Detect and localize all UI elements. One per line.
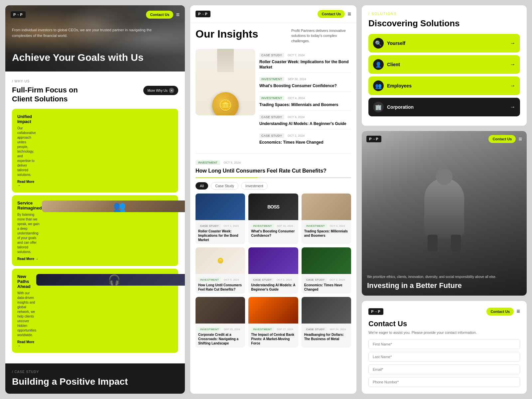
- solution-client[interactable]: 👤 Client →: [368, 55, 520, 74]
- article-card-info-0: CASE STUDY OCT 1, 2024 Roller Coaster We…: [196, 220, 245, 244]
- article-card-0[interactable]: CASE STUDY OCT 1, 2024 Roller Coaster We…: [196, 194, 245, 244]
- article-card-6[interactable]: INVESTMENT SEP 25, 2024 Corporate Credit…: [196, 297, 245, 347]
- right-panels: / SOLUTIONS Discovering Solutions 🔍 Your…: [362, 5, 527, 394]
- article-card-3[interactable]: 🪙 INVESTMENT OCT 5, 2024 How Long Until …: [196, 247, 245, 294]
- first-name-input[interactable]: [368, 339, 520, 349]
- article-title-0[interactable]: Roller Coaster Week: Implications for th…: [259, 60, 351, 70]
- article-title-4[interactable]: Economics: Times Have Changed: [259, 140, 351, 145]
- filter-tab-investment[interactable]: Investment: [241, 182, 268, 190]
- article-card-title-4: Understanding AI Models: A Beginner's Gu…: [251, 283, 295, 292]
- article-date-0: OCT 7, 2024: [288, 54, 305, 57]
- feature-card-title-3: New Paths Ahead: [17, 274, 36, 289]
- yourself-label: Yourself: [387, 41, 405, 46]
- middle-panel: P→P Contact Us ≡ Our Insights Profit Par…: [190, 5, 356, 394]
- building-title: Building a Positive Impact: [12, 376, 178, 387]
- client-label: Client: [387, 62, 400, 67]
- article-card-date-4: OCT 3, 2024: [277, 278, 292, 281]
- article-card-info-4: CASE STUDY OCT 3, 2024 Understanding AI …: [248, 274, 298, 294]
- article-tag-3: CASE STUDY: [259, 115, 284, 119]
- article-card-4[interactable]: CASE STUDY OCT 3, 2024 Understanding AI …: [248, 247, 298, 294]
- article-card-img-8: [302, 297, 351, 324]
- feature-card-content-3: New Paths Ahead With our data-driven ins…: [17, 274, 36, 347]
- insights-contact-button[interactable]: Contact Us: [318, 10, 345, 18]
- yourself-arrow: →: [510, 40, 515, 46]
- article-card-5[interactable]: CASE STUDY OCT 2, 2024 Economics: Times …: [302, 247, 351, 294]
- article-card-img-0: [196, 194, 245, 220]
- insights-header: Our Insights Profit Partners delivers in…: [196, 28, 351, 44]
- article-title-3[interactable]: Understanding AI Models: A Beginner's Gu…: [259, 121, 351, 127]
- insights-menu-icon[interactable]: ≡: [347, 11, 351, 18]
- why-us-label: / WHY US: [12, 79, 178, 83]
- menu-icon[interactable]: ≡: [176, 11, 180, 18]
- progress-fill: [196, 177, 258, 178]
- solution-corporation[interactable]: 🏢 Corporation →: [368, 98, 520, 116]
- article-card-title-1: What's Boosting Consumer Confidence?: [251, 229, 295, 238]
- solution-employees[interactable]: 👥 Employees →: [368, 76, 520, 95]
- article-card-info-1: INVESTMENT SEP 28, 2024 What's Boosting …: [248, 220, 298, 240]
- hero-contact-button[interactable]: Contact Us: [146, 11, 173, 19]
- leg-right: [451, 235, 461, 251]
- article-tag-0: CASE STUDY: [259, 53, 284, 58]
- investing-logo: P→P: [366, 136, 381, 142]
- investing-menu-icon[interactable]: ≡: [518, 136, 522, 143]
- article-title-1[interactable]: What's Boosting Consumer Confidence?: [259, 83, 351, 89]
- article-card-date-2: OCT 4, 2024: [330, 224, 345, 227]
- logo: P→P: [11, 11, 26, 18]
- article-card-title-3: How Long Until Consumers Feel Rate Cut B…: [198, 283, 242, 292]
- building-section: / CASE STUDY Building a Positive Impact: [5, 363, 185, 394]
- article-card-8[interactable]: CASE STUDY SEP 24, 2024 Headbanging for …: [302, 297, 351, 347]
- article-card-title-2: Trading Spaces: Millennials and Boomers: [304, 229, 348, 238]
- insights-title: Our Insights: [196, 28, 258, 40]
- article-card-title-8: Headbanging for Dollars: The Business of…: [304, 332, 348, 341]
- article-card-date-1: SEP 28, 2024: [277, 224, 293, 227]
- insights-nav-right: Contact Us ≡: [318, 10, 351, 18]
- feature-card-content: Unified Impact Our collaborative approac…: [17, 114, 36, 187]
- corporation-arrow: →: [510, 104, 515, 110]
- filter-tab-casestudy[interactable]: Case Study: [211, 182, 238, 190]
- article-card-img-6: [196, 297, 245, 324]
- sidebar-article-4: CASE STUDY OCT 2, 2024 Economics: Times …: [259, 129, 351, 148]
- solutions-title: Discovering Solutions: [368, 18, 520, 29]
- article-card-1[interactable]: BOSS INVESTMENT SEP 28, 2024 What's Boos…: [248, 194, 298, 244]
- solution-yourself[interactable]: 🔍 Yourself →: [368, 34, 520, 53]
- feature-card-service: Service Reimagined By listening more tha…: [12, 195, 178, 266]
- contact-nav-button[interactable]: Contact Us: [486, 308, 514, 316]
- article-card-title-6: Corporate Credit at a Crossroads: Naviga…: [198, 332, 242, 345]
- feature-card-title-2: Service Reimagined: [17, 200, 42, 210]
- investing-panel: P→P Contact Us ≡ We prioritize ethics, c…: [362, 131, 527, 295]
- read-more-link-1[interactable]: Read More →: [17, 257, 42, 261]
- article-card-info-8: CASE STUDY SEP 24, 2024 Headbanging for …: [302, 324, 351, 343]
- article-card-tag-6: INVESTMENT: [198, 327, 221, 332]
- contact-logo: P→P: [368, 308, 383, 315]
- investing-person-visual: [362, 148, 527, 269]
- insights-nav: P→P Contact Us ≡: [190, 5, 356, 23]
- coin-visual: 🪙: [212, 92, 239, 115]
- investing-contact-button[interactable]: Contact Us: [488, 135, 516, 143]
- filter-tab-all[interactable]: All: [196, 182, 208, 190]
- article-title-2[interactable]: Trading Spaces: Millennials and Boomers: [259, 102, 351, 108]
- article-card-tag-0: CASE STUDY: [198, 224, 221, 228]
- read-more-link-2[interactable]: Read More →: [17, 340, 36, 347]
- phone-input[interactable]: [368, 377, 520, 387]
- feature-card-unified: Unified Impact Our collaborative approac…: [12, 109, 178, 193]
- insights-content: Our Insights Profit Partners delivers in…: [190, 23, 356, 394]
- email-input[interactable]: [368, 364, 520, 374]
- hero-subtitle: From individual investors to global CEOs…: [12, 27, 165, 38]
- article-card-info-3: INVESTMENT OCT 5, 2024 How Long Until Co…: [196, 274, 245, 294]
- contact-form: [368, 339, 520, 387]
- article-card-date-5: OCT 2, 2024: [330, 278, 345, 281]
- article-card-date-3: OCT 5, 2024: [224, 278, 239, 281]
- corporation-left: 🏢 Corporation: [373, 102, 414, 112]
- employees-label: Employees: [387, 83, 412, 88]
- article-card-info-7: INVESTMENT SEP 27, 2024 The Impact of Ce…: [248, 324, 298, 347]
- article-date-4: OCT 2, 2024: [288, 134, 305, 137]
- last-name-input[interactable]: [368, 352, 520, 362]
- article-card-tag-5: CASE STUDY: [304, 278, 327, 282]
- article-card-2[interactable]: INVESTMENT OCT 4, 2024 Trading Spaces: M…: [302, 194, 351, 244]
- article-card-7[interactable]: INVESTMENT SEP 27, 2024 The Impact of Ce…: [248, 297, 298, 347]
- more-why-button[interactable]: More Why Us ✕: [143, 86, 178, 95]
- contact-nav-right: Contact Us ≡: [486, 308, 520, 316]
- contact-menu-icon[interactable]: ≡: [516, 308, 520, 315]
- main-article-title[interactable]: How Long Until Consumers Feel Rate Cut B…: [196, 168, 351, 175]
- read-more-link-0[interactable]: Read More →: [17, 180, 36, 187]
